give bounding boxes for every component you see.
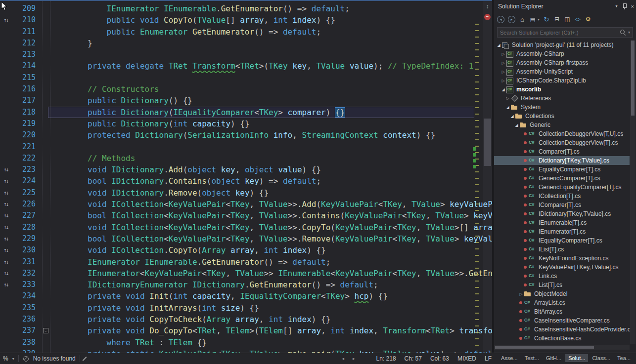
code-line-215[interactable]: 215 xyxy=(0,72,492,83)
tree-item[interactable]: GenericEqualityComparer[T].cs xyxy=(494,183,630,192)
tree-item[interactable]: ◢Solution 'project-gui' (11 of 11 projec… xyxy=(494,40,630,49)
tree-item[interactable]: IEnumerable[T].cs xyxy=(494,218,630,227)
tree-item[interactable]: CollectionBase.cs xyxy=(494,334,630,343)
tree-item[interactable]: EqualityComparer[T].cs xyxy=(494,165,630,174)
editor-vertical-scrollbar[interactable] xyxy=(483,1,492,353)
issues-message[interactable]: No issues found xyxy=(33,355,76,362)
tree-item[interactable]: ◢mscorlib xyxy=(494,85,630,94)
chevron-expanded-icon[interactable]: ◢ xyxy=(500,87,506,92)
tree-item[interactable]: GenericComparer[T].cs xyxy=(494,174,630,183)
editor-scrollbar-thumb[interactable] xyxy=(484,119,491,166)
override-indicator-icon[interactable]: ↑↓ xyxy=(3,244,8,256)
tree-item[interactable]: List[T].cs xyxy=(494,281,630,289)
search-input[interactable] xyxy=(500,30,620,36)
line-indicator[interactable]: Ln: 218 xyxy=(376,355,396,362)
chevron-collapsed-icon[interactable]: ▷ xyxy=(505,96,510,101)
panel-scrollbar-thumb[interactable] xyxy=(631,40,635,116)
code-line-217[interactable]: 217public Dictionary() {} xyxy=(0,95,492,106)
override-indicator-icon[interactable]: ↑↓ xyxy=(3,164,8,175)
eol-indicator[interactable]: LF xyxy=(485,355,492,362)
tree-item[interactable]: IDictionary[TKey,TValue].cs xyxy=(494,209,630,218)
override-indicator-icon[interactable]: ↑↓ xyxy=(3,210,8,221)
code-line-230[interactable]: ↑↓230void ICollection.CopyTo(Array array… xyxy=(0,244,492,256)
code-line-238[interactable]: 238where TRet : TElem {} xyxy=(0,337,492,348)
code-line-228[interactable]: ↑↓228void ICollection<KeyValuePair<TKey,… xyxy=(0,222,492,233)
code-line-211[interactable]: 211public Enumerator GetEnumerator() => … xyxy=(0,26,492,38)
code-line-239[interactable]: 239private static KeyValuePair<TKey, TVa… xyxy=(0,348,492,353)
chevron-collapsed-icon[interactable]: ▷ xyxy=(500,70,506,74)
code-line-234[interactable]: 234private void Init(int capacity, IEqua… xyxy=(0,290,492,302)
tree-item[interactable]: ▷ObjectModel xyxy=(494,289,630,298)
code-line-237[interactable]: 237-private void Do_CopyTo<TRet, TElem>(… xyxy=(0,325,492,336)
tree-item[interactable]: IEqualityComparer[T].cs xyxy=(494,236,630,245)
override-indicator-icon[interactable]: ↑↓ xyxy=(3,233,8,244)
tree-item[interactable]: ICollection[T].cs xyxy=(494,192,630,201)
search-options-caret-icon[interactable]: ▾ xyxy=(628,30,630,35)
code-line-216[interactable]: 216// Constructors xyxy=(0,83,492,95)
tree-item[interactable]: ◢System xyxy=(494,103,630,112)
switch-views-button-icon[interactable]: ▤ xyxy=(529,15,536,23)
properties-button-icon[interactable]: ⚙ xyxy=(585,15,591,23)
char-indicator[interactable]: Ch: 57 xyxy=(405,355,422,362)
panel-tab-gith[interactable]: GitH... xyxy=(543,354,564,362)
panel-hscrollbar-thumb[interactable] xyxy=(495,346,594,349)
pin-icon[interactable] xyxy=(622,3,627,10)
tree-item[interactable]: ArrayList.cs xyxy=(494,298,630,307)
tree-item[interactable]: CollectionDebuggerView[T].cs xyxy=(494,138,630,147)
tree-item[interactable]: Comparer[T].cs xyxy=(494,147,630,156)
tree-item[interactable]: Link.cs xyxy=(494,272,630,281)
tree-item[interactable]: ▷Assembly-CSharp-firstpass xyxy=(494,58,630,67)
tree-item[interactable]: CollectionDebuggerView[T,U].cs xyxy=(494,129,630,138)
code-line-222[interactable]: 222// Methods xyxy=(0,153,492,164)
chevron-collapsed-icon[interactable]: ▷ xyxy=(500,61,506,65)
collapse-all-button-icon[interactable]: ⊟ xyxy=(553,15,560,23)
code-line-218[interactable]: 218public Dictionary(IEqualityComparer<T… xyxy=(0,107,492,118)
tree-item[interactable]: BitArray.cs xyxy=(494,307,630,316)
tree-item[interactable]: ▷References xyxy=(494,94,630,103)
override-indicator-icon[interactable]: ↑↓ xyxy=(3,268,8,279)
panel-tab-tea[interactable]: Tea... xyxy=(614,354,634,362)
show-all-files-button-icon[interactable]: ◫ xyxy=(564,15,571,23)
window-position-icon[interactable]: ▾ xyxy=(616,0,618,13)
tree-item[interactable]: ▷ICSharpCode.SharpZipLib xyxy=(494,76,630,85)
override-indicator-icon[interactable]: ↑↓ xyxy=(3,222,8,233)
code-line-235[interactable]: 235private void InitArrays(int size) {} xyxy=(0,302,492,314)
panel-horizontal-scrollbar[interactable] xyxy=(494,345,630,350)
refresh-button-icon[interactable]: ↻ xyxy=(543,15,550,23)
tree-item[interactable]: Dictionary[TKey,TValue].cs xyxy=(494,156,630,165)
fold-collapse-icon[interactable]: - xyxy=(43,328,48,333)
code-line-213[interactable]: 213 xyxy=(0,49,492,60)
code-line-232[interactable]: ↑↓232IEnumerator<KeyValuePair<TKey, TVal… xyxy=(0,268,492,279)
chevron-collapsed-icon[interactable]: ▷ xyxy=(500,52,506,56)
zoom-caret-icon[interactable]: ▾ xyxy=(12,357,14,361)
search-icon[interactable] xyxy=(620,29,626,36)
code-line-219[interactable]: 219public Dictionary(int capacity) {} xyxy=(0,118,492,129)
code-line-233[interactable]: ↑↓233IDictionaryEnumerator IDictionary.G… xyxy=(0,279,492,290)
panel-tab-class[interactable]: Class... xyxy=(589,354,613,362)
chevron-expanded-icon[interactable]: ◢ xyxy=(505,105,510,110)
chevron-expanded-icon[interactable]: ◢ xyxy=(509,114,515,119)
code-line-214[interactable]: 214private delegate TRet Transform<TRet>… xyxy=(0,60,492,72)
code-line-221[interactable]: 221 xyxy=(0,141,492,153)
chevron-expanded-icon[interactable]: ◢ xyxy=(514,123,519,127)
tree-item[interactable]: ▷Assembly-CSharp xyxy=(494,49,630,58)
panel-tab-solut[interactable]: Solut... xyxy=(565,354,588,362)
chevron-collapsed-icon[interactable]: ▷ xyxy=(518,292,524,296)
panel-vertical-scrollbar[interactable] xyxy=(630,40,636,344)
code-line-225[interactable]: ↑↓225void IDictionary.Remove(object key)… xyxy=(0,187,492,199)
code-line-212[interactable]: 212} xyxy=(0,38,492,49)
view-code-button-icon[interactable]: <> xyxy=(574,15,581,23)
tree-item[interactable]: KeyNotFoundException.cs xyxy=(494,254,630,263)
chevron-collapsed-icon[interactable]: ▷ xyxy=(500,79,506,83)
code-line-220[interactable]: 220protected Dictionary(SerializationInf… xyxy=(0,129,492,141)
tree-item[interactable]: IList[T].cs xyxy=(494,245,630,254)
chevron-expanded-icon[interactable]: ◢ xyxy=(496,43,501,47)
code-line-223[interactable]: ↑↓223void IDictionary.Add(object key, ob… xyxy=(0,164,492,175)
zoom-level[interactable]: % xyxy=(3,355,8,362)
tree-item[interactable]: ◢Collections xyxy=(494,112,630,121)
override-indicator-icon[interactable]: ↑↓ xyxy=(3,14,8,26)
tree-item[interactable]: ◢Generic xyxy=(494,121,630,129)
code-line-226[interactable]: ↑↓226void ICollection<KeyValuePair<TKey,… xyxy=(0,199,492,210)
home-button-icon[interactable]: ⌂ xyxy=(519,15,526,23)
code-line-229[interactable]: ↑↓229bool ICollection<KeyValuePair<TKey,… xyxy=(0,233,492,244)
